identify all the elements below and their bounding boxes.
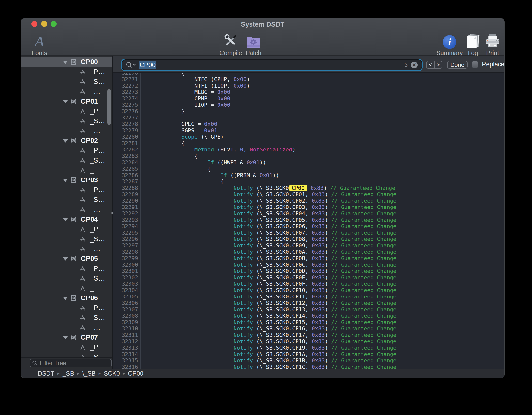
code-text: If ((PRBM & 0x01)) bbox=[141, 172, 279, 178]
device-badge-icon bbox=[70, 255, 77, 262]
dsdt-tree[interactable]: CP00_P…_S…_…CP01_P…_S…_…CP02_P…_S…_…CP03… bbox=[21, 56, 112, 357]
filter-tree-input[interactable]: Filter Tree bbox=[30, 359, 112, 367]
breadcrumb-item[interactable]: SCK0 bbox=[104, 370, 120, 377]
disclosure-triangle-icon[interactable] bbox=[63, 100, 68, 103]
find-result-count: 3 bbox=[405, 60, 408, 70]
tree-item-child[interactable]: _S… bbox=[21, 77, 112, 87]
tree-item-child[interactable]: _S… bbox=[21, 155, 112, 165]
breadcrumb-item[interactable]: \_SB bbox=[82, 370, 95, 377]
toolbar-fonts-button[interactable]: A Fonts bbox=[21, 32, 58, 57]
tree-item-child[interactable]: _… bbox=[21, 205, 112, 214]
code-text: { bbox=[141, 73, 185, 76]
tree-item-child[interactable]: _S… bbox=[21, 273, 112, 283]
tree-item-child[interactable]: _… bbox=[21, 165, 112, 175]
tree-item-child[interactable]: _… bbox=[21, 126, 112, 136]
tree-item-label: _P… bbox=[90, 304, 105, 312]
tree-item-child[interactable]: _… bbox=[21, 323, 112, 332]
code-text: IIOP = 0x00 bbox=[141, 102, 230, 108]
code-line: 32299 Notify (\_SB.SCK0.CP0B, 0x83) // G… bbox=[113, 255, 504, 262]
breadcrumb-item[interactable]: DSDT bbox=[38, 370, 54, 377]
disclosure-triangle-icon[interactable] bbox=[63, 179, 68, 182]
tree-item-child[interactable]: _… bbox=[21, 87, 112, 96]
patch-folder-icon bbox=[235, 32, 272, 49]
clear-search-icon[interactable]: ✕ bbox=[411, 62, 418, 68]
device-badge-icon bbox=[70, 216, 77, 223]
method-a-icon bbox=[79, 186, 86, 193]
find-input[interactable]: CP00 3 ✕ bbox=[122, 59, 422, 70]
code-editor[interactable]: 32270 {32271 NTFC (CPHP, 0x00)32272 NTFI… bbox=[113, 73, 504, 369]
line-number: 32285 bbox=[113, 166, 141, 172]
tree-item-label: CP07 bbox=[81, 333, 98, 341]
filter-placeholder: Filter Tree bbox=[40, 360, 66, 367]
tree-item-child[interactable]: _S… bbox=[21, 195, 112, 205]
tree-item-child[interactable]: _… bbox=[21, 244, 112, 254]
line-number: 32277 bbox=[113, 115, 141, 121]
code-text: MEBC = 0x00 bbox=[141, 89, 230, 95]
method-a-icon bbox=[79, 285, 86, 292]
tree-item-CP04[interactable]: CP04 bbox=[21, 214, 112, 224]
breadcrumb-separator-icon: ▸ bbox=[99, 371, 101, 376]
breadcrumb-item[interactable]: CP00 bbox=[128, 370, 143, 377]
code-text: Notify (\_SB.SCK0.CP14, 0x83) // Guarant… bbox=[141, 313, 396, 319]
tree-item-child[interactable]: _P… bbox=[21, 342, 112, 352]
method-a-icon bbox=[79, 118, 86, 124]
code-line: 32287 { bbox=[113, 178, 504, 185]
tree-scrollbar-thumb[interactable] bbox=[107, 89, 111, 125]
breadcrumb-item[interactable]: _SB bbox=[63, 370, 74, 377]
replace-checkbox[interactable] bbox=[472, 61, 478, 68]
tree-item-label: CP02 bbox=[81, 137, 98, 145]
find-done-button[interactable]: Done bbox=[447, 61, 468, 69]
code-line: 32282 Method (HLVT, 0, NotSerialized) bbox=[113, 147, 504, 153]
tree-item-label: _S… bbox=[90, 274, 105, 282]
find-next-button[interactable]: > bbox=[435, 61, 442, 68]
tree-item-child[interactable]: _S… bbox=[21, 234, 112, 244]
tree-item-CP00[interactable]: CP00 bbox=[21, 57, 112, 67]
tree-item-CP06[interactable]: CP06 bbox=[21, 293, 112, 303]
find-previous-button[interactable]: < bbox=[427, 61, 435, 68]
tree-item-label: _P… bbox=[90, 68, 105, 76]
tree-item-child[interactable]: _P… bbox=[21, 264, 112, 273]
tree-item-CP02[interactable]: CP02 bbox=[21, 136, 112, 146]
tree-item-CP01[interactable]: CP01 bbox=[21, 96, 112, 106]
toolbar-patch-button[interactable]: Patch bbox=[235, 32, 272, 57]
code-line: 32288 Notify (\_SB.SCK0CP00 0x83) // Gua… bbox=[113, 185, 504, 191]
tree-item-child[interactable]: _P… bbox=[21, 303, 112, 313]
code-text: Notify (\_SB.SCK0.CP05, 0x83) // Guarant… bbox=[141, 217, 396, 223]
window-title: System DSDT bbox=[21, 21, 504, 28]
disclosure-triangle-icon[interactable] bbox=[63, 297, 68, 300]
toolbar-print-button[interactable]: Print bbox=[474, 32, 504, 57]
disclosure-triangle-icon[interactable] bbox=[63, 218, 68, 221]
tree-item-child[interactable]: _P… bbox=[21, 146, 112, 155]
tree-item-child[interactable]: _S… bbox=[21, 116, 112, 126]
disclosure-triangle-icon[interactable] bbox=[63, 139, 68, 143]
code-text: Notify (\_SB.SCK0.CP15, 0x83) // Guarant… bbox=[141, 319, 396, 326]
disclosure-triangle-icon[interactable] bbox=[63, 61, 68, 64]
disclosure-triangle-icon[interactable] bbox=[63, 257, 68, 261]
code-text: GPEC = 0x00 bbox=[141, 121, 217, 127]
code-text: Notify (\_SB.SCK0.CP07, 0x83) // Guarant… bbox=[141, 230, 396, 236]
tree-item-CP05[interactable]: CP05 bbox=[21, 254, 112, 264]
device-badge-icon bbox=[70, 177, 77, 183]
code-line: 32310 Notify (\_SB.SCK0.CP16, 0x83) // G… bbox=[113, 326, 504, 332]
tree-item-child[interactable]: _P… bbox=[21, 106, 112, 116]
tree-item-child[interactable]: _P… bbox=[21, 224, 112, 234]
tree-item-child[interactable]: _S… bbox=[21, 352, 112, 357]
search-magnifier-icon[interactable] bbox=[125, 61, 136, 68]
tree-item-CP07[interactable]: CP07 bbox=[21, 332, 112, 342]
toolbar-fonts-label: Fonts bbox=[21, 49, 58, 57]
tree-item-child[interactable]: _P… bbox=[21, 67, 112, 77]
tree-item-child[interactable]: _S… bbox=[21, 313, 112, 323]
code-text: Notify (\_SB.SCK0.CP0C, 0x83) // Guarant… bbox=[141, 262, 396, 268]
code-text bbox=[141, 115, 155, 121]
window-chrome: System DSDT A Fonts Compile bbox=[21, 18, 504, 56]
tree-item-child[interactable]: _… bbox=[21, 283, 112, 293]
tree-item-label: _P… bbox=[90, 225, 105, 233]
code-line: 32284 If ((HWPI & 0x01)) bbox=[113, 159, 504, 166]
disclosure-triangle-icon[interactable] bbox=[63, 336, 68, 339]
tree-item-child[interactable]: _P… bbox=[21, 185, 112, 195]
tree-item-CP03[interactable]: CP03 bbox=[21, 175, 112, 185]
fonts-icon: A bbox=[21, 32, 58, 49]
code-text: Notify (\_SB.SCK0.CP10, 0x83) // Guarant… bbox=[141, 287, 396, 294]
tree-item-label: CP05 bbox=[81, 255, 98, 263]
line-number: 32307 bbox=[113, 306, 141, 313]
